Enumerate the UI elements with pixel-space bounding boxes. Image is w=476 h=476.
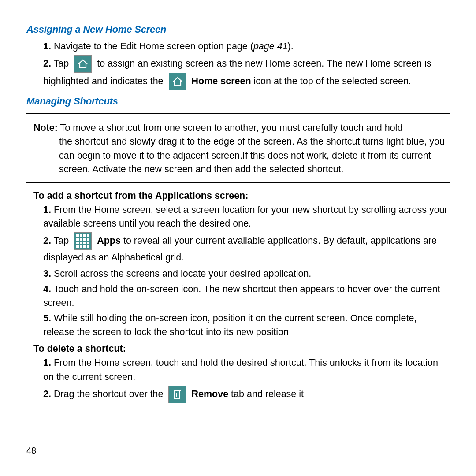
remove-label: Remove xyxy=(191,388,228,399)
step-text: While still holding the on-screen icon, … xyxy=(43,313,416,337)
step-number: 1. xyxy=(43,41,51,52)
step-number: 2. xyxy=(43,235,51,246)
step-text: Scroll across the screens and locate you… xyxy=(54,268,311,279)
home-icon xyxy=(74,55,92,73)
delete-step-1: 1. From the Home screen, touch and hold … xyxy=(43,356,450,383)
add-step-2: 2. Tap Apps to reveal all your current a… xyxy=(43,232,450,265)
apps-grid-icon xyxy=(74,232,92,250)
delete-step-2: 2. Drag the shortcut over the Remove tab… xyxy=(43,386,450,403)
subheading-add-shortcut: To add a shortcut from the Applications … xyxy=(26,190,450,201)
home-screen-label: Home screen xyxy=(192,76,251,86)
step-number: 2. xyxy=(43,58,51,69)
step-number: 3. xyxy=(43,268,51,279)
note-label: Note: xyxy=(33,123,58,133)
trash-icon xyxy=(168,386,186,403)
home-icon xyxy=(169,73,186,90)
step-number: 4. xyxy=(43,284,51,294)
add-step-1: 1. From the Home screen, select a screen… xyxy=(43,203,450,231)
step-text-a: Drag the shortcut over the xyxy=(54,388,164,399)
step-text-c: icon at the top of the selected screen. xyxy=(254,76,411,86)
divider xyxy=(26,113,450,114)
section-heading-managing: Managing Shortcuts xyxy=(26,96,450,107)
step-text-a: Tap xyxy=(54,235,69,246)
divider xyxy=(26,182,450,183)
section-heading-assigning: Assigning a New Home Screen xyxy=(26,24,450,35)
apps-label: Apps xyxy=(97,235,121,246)
step-text-after: ). xyxy=(288,41,294,52)
add-step-5: 5. While still holding the on-screen ico… xyxy=(43,312,450,339)
step-text-a: Tap xyxy=(54,58,69,69)
delete-steps-list: 1. From the Home screen, touch and hold … xyxy=(26,356,450,403)
add-step-3: 3. Scroll across the screens and locate … xyxy=(43,267,450,281)
step-number: 5. xyxy=(43,313,51,324)
page-number: 48 xyxy=(26,446,36,456)
add-step-4: 4. Touch and hold the on-screen icon. Th… xyxy=(43,283,450,310)
note-block: Note: To move a shortcut from one screen… xyxy=(26,121,450,176)
step-text: Navigate to the Edit Home screen option … xyxy=(54,41,253,52)
assign-steps-list: 1. Navigate to the Edit Home screen opti… xyxy=(26,40,450,90)
add-steps-list: 1. From the Home screen, select a screen… xyxy=(26,203,450,339)
note-first-line: To move a shortcut from one screen to an… xyxy=(60,123,403,133)
subheading-delete-shortcut: To delete a shortcut: xyxy=(26,343,450,354)
step-text: From the Home screen, touch and hold the… xyxy=(43,357,438,382)
step-number: 2. xyxy=(43,388,51,399)
step-text-b: tab and release it. xyxy=(231,388,306,399)
page-reference: page 41 xyxy=(253,41,288,52)
assign-step-2: 2. Tap to assign an existing screen as t… xyxy=(43,55,450,90)
assign-step-1: 1. Navigate to the Edit Home screen opti… xyxy=(43,40,450,53)
step-text: From the Home screen, select a screen lo… xyxy=(43,205,448,229)
step-number: 1. xyxy=(43,205,51,215)
step-text: Touch and hold the on-screen icon. The n… xyxy=(43,284,440,308)
step-number: 1. xyxy=(43,357,51,368)
note-body: the shortcut and slowly drag it to the e… xyxy=(33,135,450,176)
